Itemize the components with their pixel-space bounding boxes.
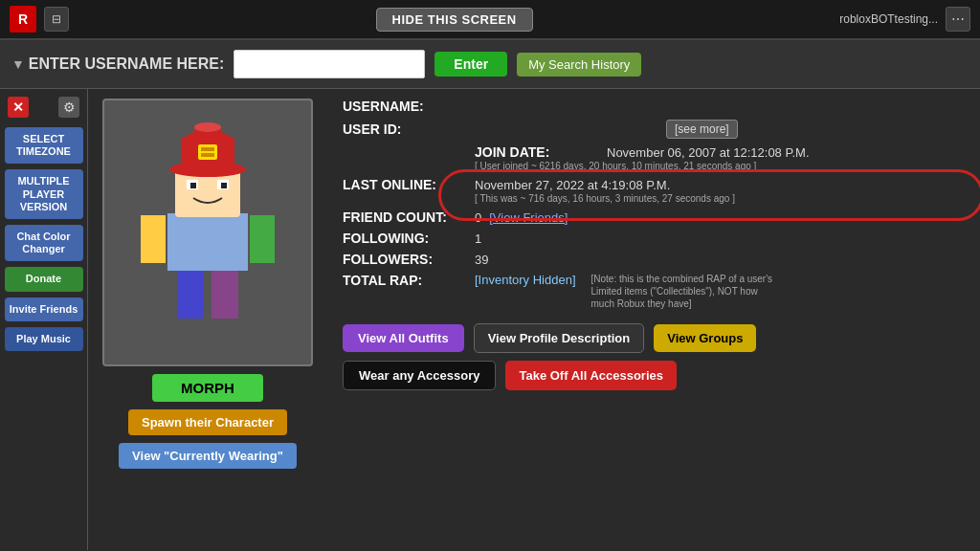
take-off-accessories-button[interactable]: Take Off All Accessories — [505, 361, 677, 390]
svg-rect-2 — [167, 213, 248, 271]
top-bar: R ⊟ HIDE THIS SCREEN robloxBOTtesting...… — [0, 0, 980, 40]
close-button[interactable]: ✕ — [8, 97, 29, 118]
hide-screen-button[interactable]: HIDE THIS SCREEN — [376, 8, 533, 32]
settings-button[interactable]: ⚙ — [58, 97, 79, 118]
following-row: FOLLOWING: 1 — [343, 231, 965, 246]
following-value: 1 — [475, 231, 481, 246]
character-area: MORPH Spawn their Character View "Curren… — [88, 89, 327, 550]
view-friends-link[interactable]: [View Friends] — [489, 210, 568, 225]
joindate-label: JOIN DATE: — [475, 144, 599, 160]
see-more-button[interactable]: [see more] — [666, 120, 738, 139]
followers-label: FOLLOWERS: — [343, 252, 467, 267]
select-timezone-button[interactable]: SELECT TIMEZONE — [5, 127, 83, 164]
friendcount-row: FRIEND COUNT: 0 [View Friends] — [343, 209, 965, 225]
svg-rect-8 — [190, 183, 196, 188]
followers-row: FOLLOWERS: 39 — [343, 252, 965, 267]
rap-note: [Note: this is the combined RAP of a use… — [591, 273, 783, 310]
roblox-logo: R — [10, 6, 36, 33]
svg-point-14 — [194, 122, 221, 132]
profile-info: USERNAME: USER ID: [see more] JOIN DATE:… — [327, 89, 980, 550]
donate-button[interactable]: Donate — [5, 267, 83, 291]
chat-color-button[interactable]: Chat Color Changer — [5, 225, 83, 261]
joindate-sub: [ User joined ~ 6216 days, 20 hours, 10 … — [475, 161, 756, 171]
multiplayer-button[interactable]: MULTIPLE PLAYER VERSION — [5, 169, 83, 219]
lastonline-value: November 27, 2022 at 4:19:08 P.M. — [475, 178, 670, 192]
totalrap-value: [Inventory Hidden] — [475, 273, 576, 287]
more-options-btn[interactable]: ⋯ — [946, 7, 970, 32]
window-minimize-btn[interactable]: ⊟ — [44, 7, 69, 32]
svg-rect-15 — [198, 144, 217, 160]
view-all-outfits-button[interactable]: View All Outfits — [343, 324, 464, 352]
username-row: USERNAME: — [343, 99, 965, 114]
bottom-buttons: View All Outfits View Profile Descriptio… — [343, 323, 965, 353]
svg-rect-16 — [201, 147, 214, 151]
followers-value: 39 — [475, 253, 488, 267]
username-input[interactable] — [234, 50, 425, 78]
top-bar-left: R ⊟ — [10, 6, 69, 33]
userid-label: USER ID: — [343, 121, 467, 137]
character-display — [102, 99, 313, 366]
svg-rect-9 — [221, 183, 227, 188]
character-svg — [131, 118, 284, 347]
main-content: ✕ ⚙ SELECT TIMEZONE MULTIPLE PLAYER VERS… — [0, 89, 980, 550]
svg-rect-17 — [201, 153, 214, 157]
invite-friends-button[interactable]: Invite Friends — [5, 298, 83, 321]
search-history-button[interactable]: My Search History — [517, 53, 641, 77]
username-label: USERNAME: — [343, 99, 467, 114]
following-label: FOLLOWING: — [343, 231, 467, 246]
svg-rect-3 — [141, 215, 166, 263]
view-groups-button[interactable]: View Groups — [654, 324, 756, 352]
userid-row: USER ID: [see more] — [343, 120, 965, 139]
totalrap-row: TOTAL RAP: [Inventory Hidden] [Note: thi… — [343, 273, 965, 310]
svg-rect-4 — [250, 215, 275, 263]
currently-wearing-button[interactable]: View "Currently Wearing" — [119, 443, 297, 469]
svg-rect-0 — [177, 266, 204, 319]
friendcount-value: 0 — [475, 210, 481, 225]
search-label: ▼ ENTER USERNAME HERE: — [11, 55, 224, 73]
sidebar: ✕ ⚙ SELECT TIMEZONE MULTIPLE PLAYER VERS… — [0, 89, 88, 550]
joindate-row: JOIN DATE: November 06, 2007 at 12:12:08… — [343, 144, 965, 171]
search-label-text: ENTER USERNAME HERE: — [29, 55, 224, 73]
lastonline-label: LAST ONLINE: — [343, 177, 467, 192]
sidebar-top: ✕ ⚙ — [4, 97, 83, 118]
accessory-buttons: Wear any Accessory Take Off All Accessor… — [343, 361, 965, 390]
dropdown-arrow-icon[interactable]: ▼ — [11, 56, 25, 72]
enter-button[interactable]: Enter — [434, 52, 507, 77]
friendcount-label: FRIEND COUNT: — [343, 209, 467, 225]
spawn-character-button[interactable]: Spawn their Character — [128, 409, 287, 435]
username-display: robloxBOTtesting... — [839, 12, 938, 26]
play-music-button[interactable]: Play Music — [5, 327, 83, 351]
morph-button[interactable]: MORPH — [152, 374, 263, 402]
svg-rect-1 — [212, 266, 238, 319]
search-bar: ▼ ENTER USERNAME HERE: Enter My Search H… — [0, 40, 980, 89]
wear-any-accessory-button[interactable]: Wear any Accessory — [343, 361, 496, 390]
lastonline-sub: [ This was ~ 716 days, 16 hours, 3 minut… — [475, 193, 965, 204]
lastonline-section: LAST ONLINE: November 27, 2022 at 4:19:0… — [343, 177, 965, 204]
view-profile-description-button[interactable]: View Profile Description — [474, 323, 645, 353]
totalrap-label: TOTAL RAP: — [343, 273, 467, 288]
joindate-value: November 06, 2007 at 12:12:08 P.M. — [607, 145, 810, 160]
